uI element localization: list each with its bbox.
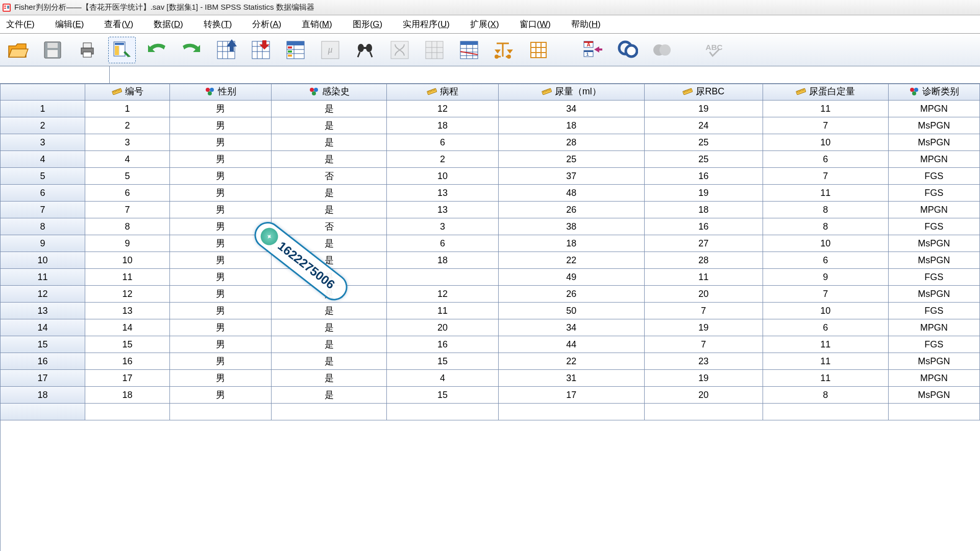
data-cell[interactable]: 20 [387,319,499,336]
data-cell[interactable]: 6 [763,252,889,269]
data-cell[interactable]: 10 [387,168,499,185]
data-cell[interactable]: 是 [272,353,387,370]
data-cell[interactable]: 6 [387,134,499,151]
data-cell[interactable]: 是 [272,269,387,286]
print-button[interactable] [74,37,101,63]
data-cell[interactable]: 10 [763,134,889,151]
data-cell[interactable]: 男 [170,185,272,202]
data-cell[interactable]: 8 [763,387,889,404]
data-cell[interactable]: 男 [170,117,272,134]
data-cell[interactable]: 是 [272,252,387,269]
data-cell[interactable]: 31 [499,370,645,387]
data-cell[interactable]: 4 [85,151,170,168]
cell-name-box[interactable] [0,66,110,83]
data-cell[interactable]: 12 [85,286,170,303]
data-cell[interactable]: 男 [170,252,272,269]
data-cell[interactable]: 16 [387,336,499,353]
menu-ext[interactable]: 扩展(X) [467,16,502,32]
open-button[interactable] [4,37,32,63]
data-cell[interactable]: 24 [645,117,763,134]
abc-button[interactable]: ABC [700,37,728,63]
row-number-cell[interactable]: 18 [1,387,85,404]
data-cell[interactable]: 16 [645,168,763,185]
row-number-cell[interactable]: 11 [1,269,85,286]
data-cell[interactable]: 12 [387,101,499,117]
column-header[interactable]: 感染史 [272,84,387,101]
data-cell[interactable]: 18 [387,252,499,269]
data-cell[interactable]: 34 [499,319,645,336]
data-cell[interactable]: 15 [85,336,170,353]
data-cell[interactable]: MsPGN [889,134,980,151]
menu-help[interactable]: 帮助(H) [568,16,604,32]
data-cell[interactable]: 男 [170,202,272,218]
data-cell[interactable]: 44 [499,336,645,353]
data-cell[interactable]: MPGN [889,202,980,218]
data-cell[interactable]: 11 [85,269,170,286]
data-cell[interactable]: FGS [889,269,980,286]
data-cell[interactable]: 否 [272,218,387,235]
data-cell[interactable]: 2 [387,151,499,168]
customize-toolbar-button[interactable] [648,37,676,63]
row-number-cell[interactable]: 13 [1,303,85,319]
data-cell[interactable]: 8 [763,218,889,235]
row-number-cell[interactable]: 15 [1,336,85,353]
data-cell[interactable] [499,404,645,420]
recall-dialog-button[interactable] [108,37,136,63]
data-cell[interactable]: 18 [499,117,645,134]
split-file-button[interactable] [386,37,413,63]
data-cell[interactable]: 8 [763,202,889,218]
row-number-cell[interactable]: 2 [1,117,85,134]
data-cell[interactable]: 34 [499,101,645,117]
data-cell[interactable]: 9 [85,235,170,252]
data-cell[interactable]: MPGN [889,101,980,117]
data-cell[interactable]: 48 [499,185,645,202]
menu-window[interactable]: 窗口(W) [517,16,554,32]
data-cell[interactable]: 男 [170,151,272,168]
data-cell[interactable]: 9 [763,269,889,286]
data-cell[interactable]: 13 [387,185,499,202]
menu-edit[interactable]: 编辑(E) [52,16,87,32]
column-header[interactable]: 尿量（ml） [499,84,645,101]
data-cell[interactable]: 19 [645,319,763,336]
data-cell[interactable]: MPGN [889,370,980,387]
weight-cases-button[interactable] [421,37,448,63]
data-cell[interactable]: 男 [170,303,272,319]
data-cell[interactable]: 6 [763,151,889,168]
data-cell[interactable]: 男 [170,336,272,353]
undo-button[interactable] [143,37,170,63]
data-cell[interactable]: 15 [387,387,499,404]
data-cell[interactable]: 25 [499,151,645,168]
data-cell[interactable]: 13 [85,303,170,319]
data-cell[interactable]: 是 [272,303,387,319]
data-cell[interactable]: 12 [387,286,499,303]
data-cell[interactable]: 男 [170,168,272,185]
menu-view[interactable]: 查看(V) [101,16,136,32]
data-cell[interactable]: 男 [170,370,272,387]
data-cell[interactable]: 17 [85,370,170,387]
data-cell[interactable]: MPGN [889,151,980,168]
data-cell[interactable] [170,404,272,420]
find-button[interactable] [351,37,379,63]
data-cell[interactable]: 11 [763,353,889,370]
data-cell[interactable]: 1 [85,101,170,117]
column-header[interactable]: 病程 [387,84,499,101]
data-cell[interactable]: 20 [645,387,763,404]
use-variable-sets-button[interactable] [525,37,552,63]
data-cell[interactable]: 28 [499,134,645,151]
row-number-cell[interactable]: 3 [1,134,85,151]
run-descriptives-button[interactable]: μ [316,37,344,63]
data-cell[interactable]: 18 [499,235,645,252]
data-cell[interactable]: 是 [272,134,387,151]
data-cell[interactable]: 3 [85,134,170,151]
data-grid[interactable]: 编号性别感染史病程尿量（ml）尿RBC尿蛋白定量诊断类别 11男是1234191… [0,84,980,551]
show-all-variables-button[interactable]: A1 [579,37,606,63]
row-number-cell[interactable]: 7 [1,202,85,218]
data-cell[interactable]: 16 [645,218,763,235]
data-cell[interactable]: 27 [645,235,763,252]
data-cell[interactable]: 男 [170,101,272,117]
column-header[interactable]: 尿RBC [645,84,763,101]
data-cell[interactable]: 28 [645,252,763,269]
menu-util[interactable]: 实用程序(U) [400,16,453,32]
data-cell[interactable]: 2 [85,117,170,134]
data-cell[interactable]: MsPGN [889,353,980,370]
